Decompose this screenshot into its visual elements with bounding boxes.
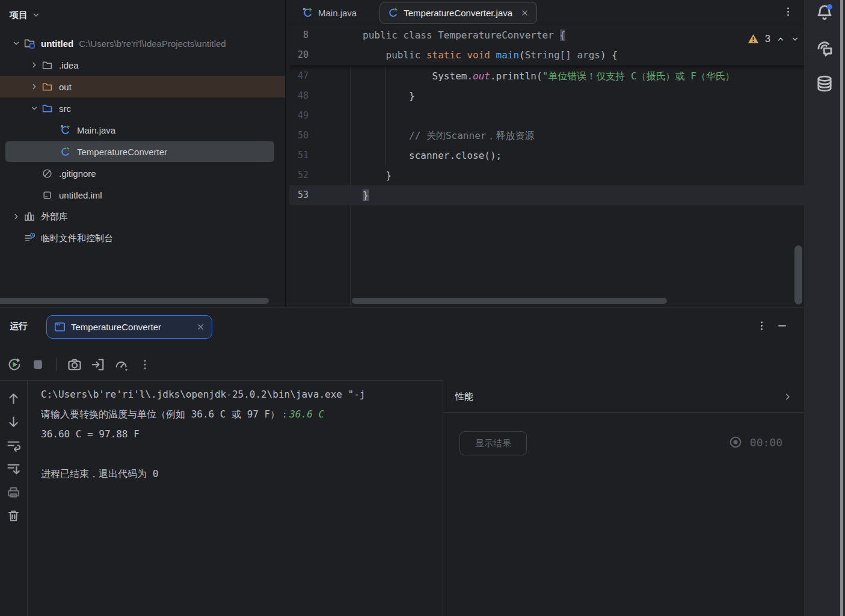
editor-tab-bar: Main.java TemperatureConverter.java bbox=[289, 0, 804, 25]
project-tool-window: 项目 untitledC:\Users\b're'ri'l\IdeaProjec… bbox=[0, 0, 286, 307]
code-line-53[interactable]: 53} bbox=[289, 185, 804, 205]
code-line-50[interactable]: 50 // 关闭Scanner，释放资源 bbox=[289, 126, 804, 146]
project-folder-icon bbox=[24, 38, 35, 49]
performance-title: 性能 bbox=[455, 391, 473, 402]
line-number: 51 bbox=[289, 146, 309, 165]
java-class-icon bbox=[60, 146, 71, 157]
project-panel-header[interactable]: 项目 bbox=[0, 0, 285, 30]
folder-icon bbox=[42, 82, 52, 92]
code-line-52[interactable]: 52 } bbox=[289, 165, 804, 185]
module-file-icon bbox=[42, 190, 52, 200]
tree-item-.gitignore[interactable]: .gitignore bbox=[0, 162, 285, 184]
ai-assistant-icon[interactable] bbox=[815, 38, 834, 58]
close-icon[interactable] bbox=[521, 9, 529, 17]
show-results-button[interactable]: 显示结果 bbox=[459, 431, 527, 455]
close-icon[interactable] bbox=[197, 323, 204, 331]
chevron-down-icon[interactable] bbox=[32, 11, 40, 19]
scroll-to-end-icon[interactable] bbox=[7, 462, 20, 476]
chevron-right-icon[interactable] bbox=[783, 392, 792, 401]
ignored-file-icon bbox=[42, 168, 52, 179]
tree-item-label: untitled bbox=[41, 38, 73, 49]
project-panel-title: 项目 bbox=[10, 10, 28, 21]
console-toolbar bbox=[0, 381, 28, 616]
code-editor[interactable]: 47 System.out.println("单位错误！仅支持 C（摄氏）或 F… bbox=[289, 66, 804, 307]
tree-item-label: out bbox=[59, 82, 72, 92]
code-line-20[interactable]: 20 public static void main(String[] args… bbox=[289, 45, 804, 65]
project-tree: untitledC:\Users\b're'ri'l\IdeaProjects\… bbox=[0, 32, 285, 249]
tree-item-untitled.iml[interactable]: untitled.iml bbox=[0, 184, 285, 206]
performance-header[interactable]: 性能 bbox=[443, 381, 804, 413]
cpu-gauge-icon[interactable] bbox=[114, 357, 129, 372]
project-horizontal-scrollbar[interactable] bbox=[0, 298, 269, 304]
print-icon[interactable] bbox=[7, 485, 20, 499]
scroll-down-icon[interactable] bbox=[7, 415, 20, 429]
warning-count: 3 bbox=[765, 34, 770, 45]
scratches-icon bbox=[24, 233, 35, 244]
code-line-47[interactable]: 47 System.out.println("单位错误！仅支持 C（摄氏）或 F… bbox=[289, 66, 804, 86]
right-tool-strip bbox=[804, 0, 845, 616]
console-line: 36.60 C = 97.88 F bbox=[41, 424, 455, 444]
tree-item-src[interactable]: src bbox=[0, 97, 285, 119]
tree-item-untitled[interactable]: untitledC:\Users\b're'ri'l\IdeaProjects\… bbox=[0, 32, 285, 54]
chev-down-icon[interactable] bbox=[30, 104, 38, 112]
clear-trash-icon[interactable] bbox=[7, 509, 20, 523]
chevron-up-icon[interactable] bbox=[776, 35, 785, 43]
database-icon[interactable] bbox=[815, 74, 834, 93]
attach-process-icon[interactable] bbox=[91, 357, 105, 372]
code-line-49[interactable]: 49 bbox=[289, 106, 804, 126]
tree-item-label: .gitignore bbox=[59, 168, 96, 179]
library-icon bbox=[24, 211, 35, 222]
recording-timer: 00:00 bbox=[729, 436, 782, 449]
tree-item-label: .idea bbox=[59, 60, 79, 70]
tree-item-main.java[interactable]: Main.java bbox=[0, 119, 285, 141]
tab-main-java[interactable]: Main.java bbox=[297, 7, 363, 18]
notifications-bell-icon[interactable] bbox=[815, 3, 834, 22]
minimize-icon[interactable] bbox=[777, 321, 787, 331]
scroll-up-icon[interactable] bbox=[7, 392, 20, 405]
code-line-48[interactable]: 48 } bbox=[289, 86, 804, 106]
line-number: 8 bbox=[289, 25, 309, 45]
more-kebab-icon[interactable] bbox=[138, 357, 152, 372]
chev-down-icon[interactable] bbox=[12, 39, 20, 48]
chev-right-icon[interactable] bbox=[30, 82, 38, 91]
tree-item-label: untitled.iml bbox=[59, 190, 102, 200]
tab-label: TemperatureConverter.java bbox=[404, 8, 512, 18]
run-toolbar bbox=[0, 348, 443, 381]
stop-icon[interactable] bbox=[31, 357, 45, 372]
tree-item-[interactable]: 外部库 bbox=[0, 206, 285, 227]
folder-icon bbox=[42, 60, 52, 70]
more-options-icon[interactable] bbox=[757, 321, 767, 331]
tab-temperatureconverter-java[interactable]: TemperatureConverter.java bbox=[379, 2, 537, 24]
performance-panel: 性能 显示结果 00:00 bbox=[443, 381, 804, 616]
tree-item-label: Main.java bbox=[77, 125, 115, 135]
console-output[interactable]: C:\Users\b're'ri'l\.jdks\openjdk-25.0.2\… bbox=[28, 384, 455, 616]
run-config-tab[interactable]: TemperatureConverter bbox=[46, 315, 212, 339]
tree-item-label: TemperatureConverter bbox=[77, 147, 167, 157]
timer-value: 00:00 bbox=[750, 436, 782, 449]
tree-item-temperatureconverter[interactable]: TemperatureConverter bbox=[0, 141, 285, 162]
soft-wrap-icon[interactable] bbox=[7, 439, 20, 452]
sticky-lines[interactable]: 8public class TemperatureConverter {20 p… bbox=[289, 25, 804, 66]
chevron-down-icon[interactable] bbox=[791, 35, 799, 43]
java-class-icon bbox=[388, 7, 399, 18]
profiler-camera-icon[interactable] bbox=[67, 357, 82, 372]
console-line bbox=[41, 444, 455, 464]
run-content: C:\Users\b're'ri'l\.jdks\openjdk-25.0.2\… bbox=[0, 381, 804, 616]
tree-item-path: C:\Users\b're'ri'l\IdeaProjects\untitled bbox=[79, 38, 226, 49]
chev-right-icon[interactable] bbox=[12, 212, 20, 221]
line-number: 53 bbox=[289, 185, 309, 205]
rerun-icon[interactable] bbox=[7, 357, 22, 372]
editor-horizontal-scrollbar[interactable] bbox=[352, 298, 667, 304]
run-panel-header: 运行 TemperatureConverter bbox=[0, 307, 804, 348]
editor-vertical-scrollbar[interactable] bbox=[794, 245, 802, 304]
chev-right-icon[interactable] bbox=[30, 61, 38, 69]
code-line-8[interactable]: 8public class TemperatureConverter { bbox=[289, 25, 804, 45]
code-line-51[interactable]: 51 scanner.close(); bbox=[289, 146, 804, 165]
folder-icon bbox=[42, 103, 52, 114]
tree-item-[interactable]: 临时文件和控制台 bbox=[0, 227, 285, 249]
tree-item-.idea[interactable]: .idea bbox=[0, 54, 285, 76]
tree-item-out[interactable]: out bbox=[0, 76, 285, 97]
inspections-widget[interactable]: 3 bbox=[748, 33, 799, 45]
console-window-icon bbox=[54, 321, 66, 333]
more-options-icon[interactable] bbox=[783, 7, 793, 17]
